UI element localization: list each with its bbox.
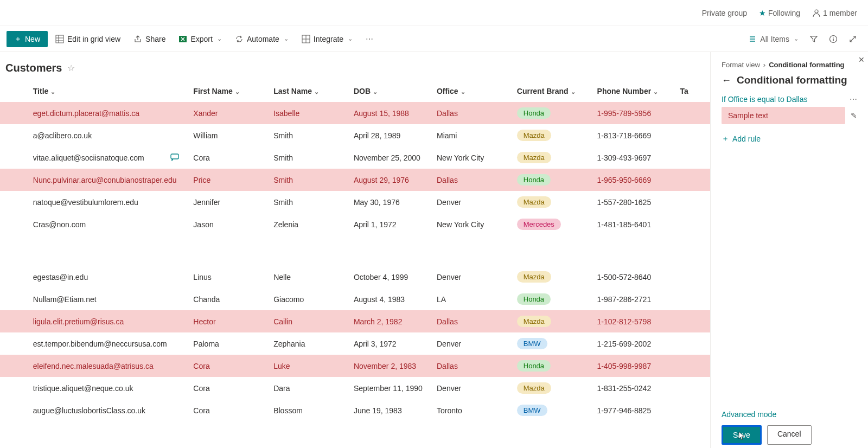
- filter-button[interactable]: [805, 31, 822, 47]
- cell-last-name: Cailin: [269, 310, 349, 332]
- svg-rect-1: [56, 35, 63, 43]
- automate-button[interactable]: Automate ⌄: [229, 31, 294, 47]
- export-button[interactable]: Export ⌄: [173, 31, 227, 47]
- rule-condition-label[interactable]: If Office is equal to Dallas: [722, 95, 807, 104]
- close-icon[interactable]: ✕: [858, 55, 865, 64]
- cell-first-name: Jennifer: [189, 191, 269, 213]
- col-last-name[interactable]: Last Name⌄: [269, 80, 349, 102]
- table-row[interactable]: Nunc.pulvinar.arcu@conubianostraper.eduP…: [0, 169, 710, 191]
- cell-brand: Mazda: [513, 124, 593, 146]
- table-row[interactable]: ligula.elit.pretium@risus.caHectorCailin…: [0, 310, 710, 332]
- cell-title: Nunc.pulvinar.arcu@conubianostraper.edu: [29, 169, 189, 191]
- cell-phone: 1-987-286-2721: [593, 288, 676, 310]
- breadcrumb-root[interactable]: Format view: [722, 61, 760, 69]
- cell-dob: April 3, 1972: [349, 332, 432, 355]
- svg-rect-15: [171, 154, 178, 159]
- table-row[interactable]: Nullam@Etiam.netChandaGiacomoAugust 4, 1…: [0, 288, 710, 310]
- table-row[interactable]: augue@luctuslobortisClass.co.ukCoraBloss…: [0, 399, 710, 421]
- star-icon: ★: [759, 9, 766, 17]
- back-arrow-icon[interactable]: ←: [722, 75, 731, 86]
- new-button[interactable]: ＋ New: [7, 31, 48, 47]
- col-phone[interactable]: Phone Number⌄: [593, 80, 676, 102]
- filter-icon: [809, 35, 818, 43]
- table-row[interactable]: vitae.aliquet@sociisnatoque.comCoraSmith…: [0, 146, 710, 169]
- add-rule-button[interactable]: ＋ Add rule: [722, 134, 857, 144]
- cell-first-name: Paloma: [189, 332, 269, 355]
- svg-point-0: [815, 10, 818, 13]
- cell-office: Toronto: [432, 399, 513, 421]
- col-first-name[interactable]: First Name⌄: [189, 80, 269, 102]
- table-row[interactable]: eget.dictum.placerat@mattis.caXanderIsab…: [0, 102, 710, 124]
- advanced-mode-link[interactable]: Advanced mode: [722, 410, 857, 419]
- chevron-down-icon: ⌄: [794, 35, 799, 42]
- share-button[interactable]: Share: [128, 31, 171, 47]
- table-row[interactable]: tristique.aliquet@neque.co.ukCoraDaraSep…: [0, 377, 710, 399]
- cell-phone: 1-813-718-6669: [593, 124, 676, 146]
- cell-brand: Mazda: [513, 146, 593, 169]
- plus-icon: ＋: [722, 134, 729, 144]
- cell-last-name: Zephania: [269, 332, 349, 355]
- cell-title: eleifend.nec.malesuada@atrisus.ca: [29, 355, 189, 377]
- chevron-down-icon: ⌄: [348, 35, 353, 42]
- list-title: Customers: [5, 62, 62, 74]
- cell-phone: 1-995-789-5956: [593, 102, 676, 124]
- breadcrumb: Format view › Conditional formatting: [722, 61, 857, 69]
- private-group-label: Private group: [702, 9, 747, 17]
- col-brand[interactable]: Current Brand⌄: [513, 80, 593, 102]
- cell-title: est.tempor.bibendum@neccursusa.com: [29, 332, 189, 355]
- col-office[interactable]: Office⌄: [432, 80, 513, 102]
- plus-icon: ＋: [14, 34, 22, 44]
- top-header: Private group ★ Following 1 member: [0, 0, 868, 26]
- table-row[interactable]: [0, 235, 710, 266]
- list-area: Customers ☆ Title⌄ First Name⌄ Last Name…: [0, 52, 711, 448]
- following-toggle[interactable]: ★ Following: [759, 9, 800, 17]
- cell-office: Denver: [432, 332, 513, 355]
- cell-brand: Honda: [513, 355, 593, 377]
- cell-dob: June 19, 1983: [349, 399, 432, 421]
- members-link[interactable]: 1 member: [812, 9, 857, 17]
- col-ta[interactable]: Ta: [676, 80, 710, 102]
- table-row[interactable]: est.tempor.bibendum@neccursusa.comPaloma…: [0, 332, 710, 355]
- chevron-down-icon: ⌄: [217, 35, 222, 42]
- expand-icon: [848, 35, 857, 43]
- rule-more-icon[interactable]: ⋯: [850, 95, 857, 104]
- table-header-row: Title⌄ First Name⌄ Last Name⌄ DOB⌄ Offic…: [0, 80, 710, 102]
- more-button[interactable]: ⋯: [360, 31, 379, 47]
- cell-brand: Mazda: [513, 310, 593, 332]
- col-title[interactable]: Title⌄: [29, 80, 189, 102]
- col-dob[interactable]: DOB⌄: [349, 80, 432, 102]
- edit-style-icon[interactable]: ✎: [851, 111, 857, 120]
- view-selector[interactable]: All Items ⌄: [744, 31, 803, 47]
- favorite-star-icon[interactable]: ☆: [67, 63, 75, 73]
- cell-brand: Honda: [513, 102, 593, 124]
- info-button[interactable]: [825, 31, 842, 47]
- list-title-bar: Customers ☆: [0, 52, 710, 80]
- save-button[interactable]: Save: [722, 425, 762, 445]
- table-row[interactable]: egestas@in.eduLinusNelleOctober 4, 1999D…: [0, 266, 710, 288]
- table-row[interactable]: Cras@non.comJasonZeleniaApril 1, 1972New…: [0, 213, 710, 235]
- cell-dob: August 15, 1988: [349, 102, 432, 124]
- cell-title: egestas@in.edu: [29, 266, 189, 288]
- cell-dob: August 29, 1976: [349, 169, 432, 191]
- cell-title: vitae.aliquet@sociisnatoque.com: [29, 146, 189, 169]
- cell-title: natoque@vestibulumlorem.edu: [29, 191, 189, 213]
- integrate-button[interactable]: Integrate ⌄: [296, 31, 358, 47]
- cell-last-name: Isabelle: [269, 102, 349, 124]
- cell-last-name: Smith: [269, 169, 349, 191]
- table-row[interactable]: eleifend.nec.malesuada@atrisus.caCoraLuk…: [0, 355, 710, 377]
- cell-office: New York City: [432, 213, 513, 235]
- cell-last-name: Luke: [269, 355, 349, 377]
- table-row[interactable]: natoque@vestibulumlorem.eduJenniferSmith…: [0, 191, 710, 213]
- edit-grid-button[interactable]: Edit in grid view: [50, 31, 126, 47]
- cell-dob: April 1, 1972: [349, 213, 432, 235]
- cell-first-name: Xander: [189, 102, 269, 124]
- cell-title: Nullam@Etiam.net: [29, 288, 189, 310]
- integrate-icon: [302, 35, 310, 43]
- cell-brand: Mazda: [513, 266, 593, 288]
- comment-icon[interactable]: [170, 153, 179, 161]
- cancel-button[interactable]: Cancel: [767, 425, 812, 445]
- cell-phone: 1-405-998-9987: [593, 355, 676, 377]
- table-row[interactable]: a@aclibero.co.ukWilliamSmithApril 28, 19…: [0, 124, 710, 146]
- cell-first-name: Cora: [189, 399, 269, 421]
- expand-button[interactable]: [844, 31, 861, 47]
